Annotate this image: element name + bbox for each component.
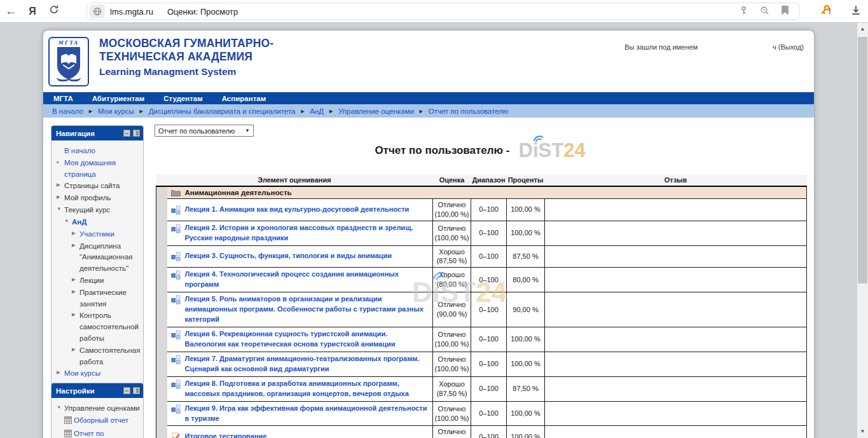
login-prefix: Вы зашли под именем [624, 43, 698, 51]
range-value: 0–100 [471, 327, 507, 352]
expand-icon[interactable] [72, 275, 79, 284]
zoom-search-icon[interactable] [760, 6, 769, 18]
collapse-icon[interactable] [57, 205, 64, 214]
back-icon[interactable]: ← [0, 4, 22, 18]
expand-icon[interactable] [57, 193, 64, 202]
lesson-icon [171, 295, 181, 305]
crumb-user-report[interactable]: Отчет по пользователю [429, 107, 509, 115]
expand-icon[interactable] [72, 287, 79, 296]
settings-item-overview-report[interactable]: Обзорный отчет [74, 415, 128, 427]
sidebar-item-lectures[interactable]: Лекции [79, 275, 104, 287]
crumb-disciplines[interactable]: Дисциплины бакалавриата и специалитета [149, 107, 296, 115]
grade-item-link[interactable]: Лекция 4. Технологический процесс создан… [185, 270, 429, 290]
indent-cell [156, 376, 167, 401]
academy-title-line1: МОСКОВСКАЯ ГУМАНИТАРНО- [99, 37, 273, 50]
scrollbar-thumb[interactable] [858, 37, 867, 284]
refresh-icon[interactable] [43, 4, 65, 18]
protect-key-alert-icon[interactable]: ! [818, 4, 834, 19]
mgta-logo: МГТА [48, 37, 89, 86]
indent-cell [156, 221, 167, 245]
logout-link[interactable]: ч (Выход) [773, 43, 804, 51]
sidebar-item-selfwork[interactable]: Самостоятельная работа [79, 345, 141, 368]
grade-item-link[interactable]: Итоговое тестирование [185, 432, 267, 438]
menu-item-mgta[interactable]: МГТА [53, 95, 73, 102]
expand-icon[interactable] [72, 229, 79, 238]
percent-value: 80,00 % [507, 268, 545, 292]
grade-item-link[interactable]: Лекция 3. Сущность, функция, типология и… [185, 251, 392, 261]
password-key-icon[interactable] [739, 6, 748, 18]
collapse-block-icon[interactable] [123, 130, 130, 137]
expand-icon[interactable] [57, 368, 64, 377]
grade-item-link[interactable]: Лекция 6. Рекреационная сущность туристс… [185, 329, 429, 350]
table-row: Лекция 1. Анимация как вид культурно-дос… [156, 199, 807, 221]
bookmark-icon[interactable] [781, 6, 789, 18]
dist24-watermark: DiST24 [412, 277, 507, 308]
grade-item-link[interactable]: Лекция 1. Анимация как вид культурно-дос… [185, 205, 410, 215]
expand-icon[interactable] [72, 345, 79, 354]
feedback-cell [545, 221, 807, 245]
report-type-value: Отчет по пользователю [158, 127, 235, 135]
yandex-menu-icon[interactable]: Я [22, 6, 43, 17]
sidebar-item-my-profile[interactable]: Мой профиль [64, 193, 111, 204]
grade-item-link[interactable]: Лекция 8. Подготовка и разработка анимац… [185, 379, 429, 399]
grade-item-link[interactable]: Лекция 5. Роль аниматоров в организации … [185, 294, 429, 325]
alert-badge: ! [829, 6, 831, 16]
grade-item-link[interactable]: Лекция 7. Драматургия анимационно-театра… [185, 354, 429, 374]
feedback-cell [545, 401, 807, 426]
percent-value: 100,00 % [507, 221, 545, 245]
crumb-course[interactable]: АнД [310, 107, 324, 115]
chevron-down-icon: ▼ [245, 128, 250, 133]
sidebar-item-practice[interactable]: Практические занятия [79, 287, 141, 310]
sidebar-item-my-courses[interactable]: Мои курсы [64, 368, 100, 380]
crumb-grade-admin[interactable]: Управление оценками [338, 107, 414, 115]
expand-icon[interactable] [72, 241, 79, 250]
grade-value: Отлично [433, 355, 471, 364]
sidebar-item-current-course[interactable]: Текущий курс [64, 205, 110, 216]
menu-item-aspirantam[interactable]: Аспирантам [222, 95, 266, 102]
dock-block-icon[interactable] [133, 387, 140, 394]
menu-item-abiturientam[interactable]: Абитуриентам [92, 95, 144, 102]
grade-item-link[interactable]: Лекция 2. История и хронология массовых … [185, 223, 429, 243]
report-type-select[interactable]: Отчет по пользователю ▼ [155, 125, 254, 137]
scroll-up-icon[interactable]: ▲ [857, 24, 868, 34]
vertical-scrollbar[interactable]: ▲ ▼ [857, 23, 868, 438]
address-bar[interactable]: lms.mgta.ru Оценки: Просмотр [86, 3, 800, 20]
feedback-cell [545, 245, 807, 268]
watermark-signal-icon [431, 269, 450, 281]
feedback-cell [545, 292, 807, 327]
crumb-my-courses[interactable]: Мои курсы [98, 107, 134, 115]
menu-item-studentam[interactable]: Студентам [163, 95, 203, 102]
dock-block-icon[interactable] [133, 130, 140, 137]
sidebar-item-site-pages[interactable]: Страницы сайта [64, 181, 120, 192]
percent-value: 100,00 % [507, 401, 545, 426]
collapse-icon[interactable] [64, 217, 72, 226]
sidebar-item-dashboard[interactable]: Моя домашняя страница [64, 158, 141, 181]
sidebar-item-control[interactable]: Контроль самостоятельной работы [79, 310, 141, 344]
expand-icon[interactable] [72, 310, 79, 319]
crumb-home[interactable]: В начало [52, 107, 83, 115]
download-icon[interactable] [850, 4, 862, 18]
folder-icon [171, 189, 181, 196]
url-text[interactable]: lms.mgta.ru [110, 7, 153, 17]
collapse-block-icon[interactable] [123, 387, 130, 394]
indent-cell [156, 186, 167, 199]
sidebar-item-participants[interactable]: Участники [79, 229, 114, 240]
feedback-cell [545, 268, 807, 292]
sidebar-item-discipline[interactable]: Дисциплина "Анимационная деятельность" [79, 241, 141, 275]
settings-item-grade-admin[interactable]: Управление оценками [64, 403, 140, 414]
settings-item-user-report[interactable]: Отчет по пользователю [74, 428, 141, 438]
feedback-cell [545, 352, 807, 376]
sidebar-item-home[interactable]: В начало [64, 146, 95, 157]
settings-block: Настройки Управление оценками Обзорный о… [51, 383, 144, 438]
breadcrumb-separator-icon: ► [328, 108, 334, 114]
sidebar-item-and-course[interactable]: АнД [72, 217, 86, 228]
leaf-bullet-icon [57, 158, 64, 167]
percent-value: 87,50 % [507, 376, 545, 401]
table-row: Лекция 3. Сущность, функция, типология и… [156, 245, 807, 268]
grade-item-link[interactable]: Лекция 9. Игра как эффективная форма ани… [185, 404, 429, 424]
col-header-item: Элемент оценивания [156, 175, 433, 186]
table-row: Лекция 7. Драматургия анимационно-театра… [156, 352, 807, 376]
collapse-icon[interactable] [57, 403, 64, 412]
expand-icon[interactable] [57, 181, 64, 189]
scroll-down-icon[interactable]: ▼ [857, 427, 868, 437]
